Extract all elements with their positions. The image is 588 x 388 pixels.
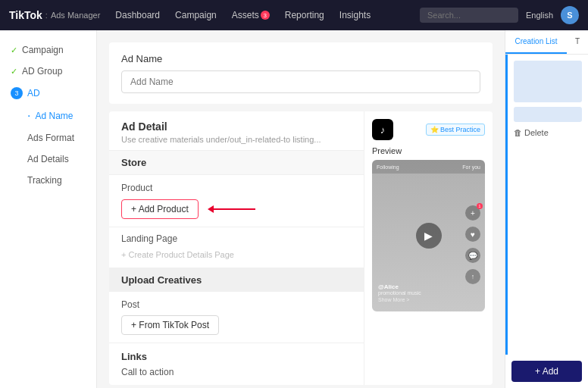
comment-icon: 💬 <box>465 248 480 263</box>
logo-separator: : <box>45 11 48 20</box>
upload-creatives-body: Post + From TikTok Post <box>109 292 364 343</box>
ad-name-input[interactable] <box>121 70 480 93</box>
avatar[interactable]: S <box>561 6 579 24</box>
share-icon: ↑ <box>465 269 480 284</box>
upload-creatives-section: Upload Creatives Post + From TikTok Post <box>109 268 364 343</box>
add-product-button[interactable]: + Add Product <box>121 199 199 219</box>
add-button[interactable]: + Add <box>511 361 582 382</box>
ad-detail-subtitle: Use creative materials under/out_in-rela… <box>121 135 352 144</box>
nav-lang[interactable]: English <box>526 11 553 20</box>
nav-insights[interactable]: Insights <box>339 10 371 20</box>
tab-t[interactable]: T <box>567 30 588 54</box>
landing-page-section: Landing Page + Create Product Details Pa… <box>109 227 364 268</box>
phone-preview: Following For you ▶ + 1 ♥ 💬 <box>372 160 485 311</box>
dot-icon-ad-name: · <box>27 110 30 122</box>
delete-link[interactable]: 🗑 Delete <box>514 128 582 137</box>
tab-creation-list[interactable]: Creation List <box>505 30 567 54</box>
logo-sub: Ads Manager <box>51 11 100 20</box>
store-label: Store <box>121 157 352 168</box>
number-badge-ad: 3 <box>11 87 23 99</box>
show-more-link[interactable]: Show More > <box>378 297 462 302</box>
nav-assets[interactable]: Assets 3 <box>232 10 270 20</box>
sidebar-item-ad-group[interactable]: ✓ AD Group <box>0 61 96 82</box>
trash-icon: 🗑 <box>514 128 522 137</box>
creation-list-card-2 <box>514 107 582 122</box>
assets-badge: 3 <box>261 11 270 20</box>
sidebar-item-ads-format[interactable]: Ads Format <box>0 127 96 149</box>
sidebar-item-campaign[interactable]: ✓ Campaign <box>0 39 96 61</box>
logo-tiktok: TikTok <box>9 9 42 21</box>
phone-username: @Alice <box>378 283 462 290</box>
main-layout: ✓ Campaign ✓ AD Group 3 AD · Ad Name Ads… <box>0 30 588 388</box>
upload-creatives-header: Upload Creatives <box>109 268 364 292</box>
creation-list-content: 🗑 Delete <box>505 55 588 355</box>
notification-dot: 1 <box>477 203 483 209</box>
call-to-action-label: Call to action <box>121 367 352 377</box>
nav-reporting[interactable]: Reporting <box>285 10 324 20</box>
sidebar: ✓ Campaign ✓ AD Group 3 AD · Ad Name Ads… <box>0 30 97 388</box>
store-section: Store <box>109 150 364 174</box>
arrow-line <box>214 208 255 210</box>
preview-label: Preview <box>372 146 485 155</box>
ad-detail-title: Ad Detail <box>121 120 352 133</box>
logo: TikTok : Ads Manager <box>9 9 100 21</box>
post-label: Post <box>121 299 352 310</box>
arrow-indicator <box>208 205 255 213</box>
phone-top-bar: Following For you <box>372 160 485 174</box>
phone-following: Following <box>377 164 399 170</box>
product-section: Product + Add Product <box>109 174 364 227</box>
sidebar-item-ad-name[interactable]: · Ad Name <box>0 105 96 127</box>
links-label: Links <box>121 351 352 362</box>
arrow-head-left <box>208 205 214 213</box>
sidebar-item-ad-details[interactable]: Ad Details <box>0 149 96 170</box>
nav-right: English S <box>420 6 579 24</box>
notification-icon: + 1 <box>465 205 480 221</box>
ad-detail-section: Ad Detail Use creative materials under/o… <box>109 111 493 385</box>
heart-icon: ♥ <box>465 227 480 242</box>
ad-detail-inner: Ad Detail Use creative materials under/o… <box>109 111 493 385</box>
nav-campaign[interactable]: Campaign <box>175 10 217 20</box>
nav-dashboard[interactable]: Dashboard <box>115 10 160 20</box>
check-icon-campaign: ✓ <box>11 45 17 55</box>
links-section: Links Call to action <box>109 343 364 385</box>
preview-panel: ♪ ⭐ Best Practice Preview Following For … <box>364 111 493 385</box>
tiktok-icon-preview: ♪ <box>372 119 393 140</box>
right-panel: Creation List T 🗑 Delete + Add <box>505 30 588 388</box>
ad-detail-form: Ad Detail Use creative materials under/o… <box>109 111 364 385</box>
ad-detail-header: Ad Detail Use creative materials under/o… <box>109 111 364 150</box>
top-nav: TikTok : Ads Manager Dashboard Campaign … <box>0 0 588 30</box>
check-icon-ad-group: ✓ <box>11 67 17 77</box>
nav-items: Dashboard Campaign Assets 3 Reporting In… <box>115 10 405 20</box>
best-practice-badge[interactable]: ⭐ Best Practice <box>426 124 485 136</box>
landing-page-label: Landing Page <box>121 233 352 244</box>
creation-list-card <box>514 61 582 102</box>
sidebar-item-ad[interactable]: 3 AD <box>0 82 96 105</box>
phone-right-icons: + 1 ♥ 💬 ↑ <box>465 205 480 284</box>
create-product-page-link[interactable]: + Create Product Details Page <box>121 250 234 259</box>
play-button[interactable]: ▶ <box>416 223 442 249</box>
phone-for-you: For you <box>462 164 480 170</box>
phone-userdesc: promotional music <box>378 290 462 296</box>
product-label: Product <box>121 183 352 193</box>
preview-top-row: ♪ ⭐ Best Practice <box>372 119 485 140</box>
from-tiktok-post-button[interactable]: + From TikTok Post <box>121 315 219 335</box>
phone-overlay-text: @Alice promotional music Show More > <box>378 283 462 302</box>
sidebar-item-tracking[interactable]: Tracking <box>0 170 96 191</box>
search-input[interactable] <box>420 8 518 23</box>
content-area: Ad Name Ad Detail Use creative materials… <box>97 30 505 388</box>
ad-name-label: Ad Name <box>121 53 480 64</box>
star-icon: ⭐ <box>430 126 439 133</box>
right-panel-tabs: Creation List T <box>505 30 588 55</box>
ad-name-section: Ad Name <box>109 42 493 104</box>
